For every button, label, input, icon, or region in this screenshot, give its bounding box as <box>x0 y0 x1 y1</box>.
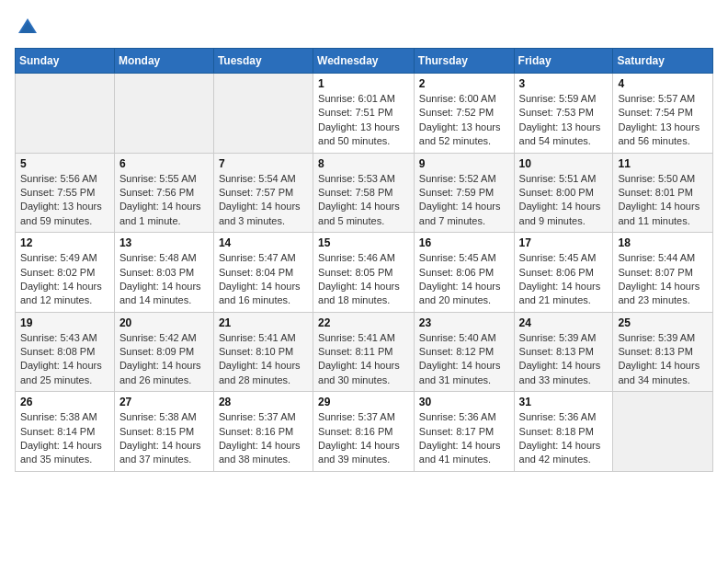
day-number: 22 <box>318 316 409 329</box>
day-info: Sunrise: 5:53 AM Sunset: 7:58 PM Dayligh… <box>318 172 409 229</box>
day-cell: 6Sunrise: 5:55 AM Sunset: 7:56 PM Daylig… <box>114 153 213 233</box>
day-number: 7 <box>219 157 308 170</box>
day-info: Sunrise: 5:56 AM Sunset: 7:55 PM Dayligh… <box>20 172 109 229</box>
day-cell: 21Sunrise: 5:41 AM Sunset: 8:10 PM Dayli… <box>213 312 313 392</box>
day-info: Sunrise: 5:49 AM Sunset: 8:02 PM Dayligh… <box>20 251 109 308</box>
day-number: 19 <box>20 316 109 329</box>
day-cell: 19Sunrise: 5:43 AM Sunset: 8:08 PM Dayli… <box>16 312 115 392</box>
day-info: Sunrise: 5:44 AM Sunset: 8:07 PM Dayligh… <box>618 251 708 308</box>
page-header <box>15 15 713 40</box>
day-info: Sunrise: 5:36 AM Sunset: 8:18 PM Dayligh… <box>519 410 609 467</box>
day-info: Sunrise: 5:59 AM Sunset: 7:53 PM Dayligh… <box>519 92 609 149</box>
day-info: Sunrise: 5:50 AM Sunset: 8:01 PM Dayligh… <box>618 172 708 229</box>
week-row-0: 1Sunrise: 6:01 AM Sunset: 7:51 PM Daylig… <box>16 74 713 154</box>
day-info: Sunrise: 5:39 AM Sunset: 8:13 PM Dayligh… <box>618 331 708 388</box>
day-info: Sunrise: 5:37 AM Sunset: 8:16 PM Dayligh… <box>318 410 409 467</box>
day-number: 20 <box>119 316 209 329</box>
logo <box>15 15 44 40</box>
week-row-1: 5Sunrise: 5:56 AM Sunset: 7:55 PM Daylig… <box>16 153 713 233</box>
day-info: Sunrise: 5:48 AM Sunset: 8:03 PM Dayligh… <box>119 251 209 308</box>
day-info: Sunrise: 5:45 AM Sunset: 8:06 PM Dayligh… <box>519 251 609 308</box>
day-number: 31 <box>519 396 609 408</box>
day-cell: 11Sunrise: 5:50 AM Sunset: 8:01 PM Dayli… <box>613 153 713 233</box>
day-info: Sunrise: 5:38 AM Sunset: 8:14 PM Dayligh… <box>20 410 109 467</box>
day-cell: 1Sunrise: 6:01 AM Sunset: 7:51 PM Daylig… <box>313 74 415 154</box>
day-cell: 5Sunrise: 5:56 AM Sunset: 7:55 PM Daylig… <box>16 153 115 233</box>
day-info: Sunrise: 5:41 AM Sunset: 8:10 PM Dayligh… <box>219 331 308 388</box>
day-cell: 13Sunrise: 5:48 AM Sunset: 8:03 PM Dayli… <box>114 233 213 313</box>
day-cell: 20Sunrise: 5:42 AM Sunset: 8:09 PM Dayli… <box>114 312 213 392</box>
day-number: 28 <box>219 396 308 408</box>
day-info: Sunrise: 5:39 AM Sunset: 8:13 PM Dayligh… <box>519 331 609 388</box>
day-cell: 16Sunrise: 5:45 AM Sunset: 8:06 PM Dayli… <box>414 233 514 313</box>
day-cell: 31Sunrise: 5:36 AM Sunset: 8:18 PM Dayli… <box>514 392 613 472</box>
day-cell <box>613 392 713 472</box>
day-cell: 28Sunrise: 5:37 AM Sunset: 8:16 PM Dayli… <box>213 392 313 472</box>
day-info: Sunrise: 5:38 AM Sunset: 8:15 PM Dayligh… <box>119 410 209 467</box>
day-number: 2 <box>419 77 509 90</box>
day-number: 21 <box>219 316 308 329</box>
day-cell: 17Sunrise: 5:45 AM Sunset: 8:06 PM Dayli… <box>514 233 613 313</box>
day-cell: 3Sunrise: 5:59 AM Sunset: 7:53 PM Daylig… <box>514 74 613 154</box>
week-row-2: 12Sunrise: 5:49 AM Sunset: 8:02 PM Dayli… <box>16 233 713 313</box>
day-number: 16 <box>419 236 509 249</box>
day-number: 10 <box>519 157 609 170</box>
day-number: 18 <box>618 236 708 249</box>
day-info: Sunrise: 5:40 AM Sunset: 8:12 PM Dayligh… <box>419 331 509 388</box>
day-number: 30 <box>419 396 509 408</box>
day-number: 14 <box>219 236 308 249</box>
week-row-4: 26Sunrise: 5:38 AM Sunset: 8:14 PM Dayli… <box>16 392 713 472</box>
day-cell <box>213 74 313 154</box>
day-number: 25 <box>618 316 708 329</box>
header-wednesday: Wednesday <box>313 49 415 74</box>
day-info: Sunrise: 5:52 AM Sunset: 7:59 PM Dayligh… <box>419 172 509 229</box>
day-cell: 8Sunrise: 5:53 AM Sunset: 7:58 PM Daylig… <box>313 153 415 233</box>
day-cell: 23Sunrise: 5:40 AM Sunset: 8:12 PM Dayli… <box>414 312 514 392</box>
day-number: 4 <box>618 77 708 90</box>
day-info: Sunrise: 5:45 AM Sunset: 8:06 PM Dayligh… <box>419 251 509 308</box>
day-cell <box>114 74 213 154</box>
day-cell: 4Sunrise: 5:57 AM Sunset: 7:54 PM Daylig… <box>613 74 713 154</box>
day-cell: 25Sunrise: 5:39 AM Sunset: 8:13 PM Dayli… <box>613 312 713 392</box>
day-cell: 18Sunrise: 5:44 AM Sunset: 8:07 PM Dayli… <box>613 233 713 313</box>
day-info: Sunrise: 5:57 AM Sunset: 7:54 PM Dayligh… <box>618 92 708 149</box>
header-sunday: Sunday <box>16 49 115 74</box>
header-thursday: Thursday <box>414 49 514 74</box>
day-number: 5 <box>20 157 109 170</box>
calendar-table: SundayMondayTuesdayWednesdayThursdayFrid… <box>15 48 713 472</box>
day-cell: 24Sunrise: 5:39 AM Sunset: 8:13 PM Dayli… <box>514 312 613 392</box>
day-number: 26 <box>20 396 109 408</box>
day-cell: 9Sunrise: 5:52 AM Sunset: 7:59 PM Daylig… <box>414 153 514 233</box>
day-number: 6 <box>119 157 209 170</box>
day-info: Sunrise: 5:46 AM Sunset: 8:05 PM Dayligh… <box>318 251 409 308</box>
day-cell: 12Sunrise: 5:49 AM Sunset: 8:02 PM Dayli… <box>16 233 115 313</box>
day-number: 1 <box>318 77 409 90</box>
day-info: Sunrise: 5:41 AM Sunset: 8:11 PM Dayligh… <box>318 331 409 388</box>
day-number: 24 <box>519 316 609 329</box>
day-number: 3 <box>519 77 609 90</box>
day-cell <box>16 74 115 154</box>
day-cell: 30Sunrise: 5:36 AM Sunset: 8:17 PM Dayli… <box>414 392 514 472</box>
day-cell: 14Sunrise: 5:47 AM Sunset: 8:04 PM Dayli… <box>213 233 313 313</box>
day-cell: 7Sunrise: 5:54 AM Sunset: 7:57 PM Daylig… <box>213 153 313 233</box>
day-info: Sunrise: 6:01 AM Sunset: 7:51 PM Dayligh… <box>318 92 409 149</box>
header-row: SundayMondayTuesdayWednesdayThursdayFrid… <box>16 49 713 74</box>
day-cell: 15Sunrise: 5:46 AM Sunset: 8:05 PM Dayli… <box>313 233 415 313</box>
header-monday: Monday <box>114 49 213 74</box>
day-info: Sunrise: 5:37 AM Sunset: 8:16 PM Dayligh… <box>219 410 308 467</box>
day-info: Sunrise: 5:42 AM Sunset: 8:09 PM Dayligh… <box>119 331 209 388</box>
day-number: 8 <box>318 157 409 170</box>
day-cell: 22Sunrise: 5:41 AM Sunset: 8:11 PM Dayli… <box>313 312 415 392</box>
day-info: Sunrise: 5:43 AM Sunset: 8:08 PM Dayligh… <box>20 331 109 388</box>
header-tuesday: Tuesday <box>213 49 313 74</box>
day-number: 23 <box>419 316 509 329</box>
day-number: 15 <box>318 236 409 249</box>
day-number: 17 <box>519 236 609 249</box>
day-info: Sunrise: 6:00 AM Sunset: 7:52 PM Dayligh… <box>419 92 509 149</box>
header-friday: Friday <box>514 49 613 74</box>
day-number: 27 <box>119 396 209 408</box>
day-cell: 27Sunrise: 5:38 AM Sunset: 8:15 PM Dayli… <box>114 392 213 472</box>
day-cell: 29Sunrise: 5:37 AM Sunset: 8:16 PM Dayli… <box>313 392 415 472</box>
day-number: 9 <box>419 157 509 170</box>
day-number: 12 <box>20 236 109 249</box>
